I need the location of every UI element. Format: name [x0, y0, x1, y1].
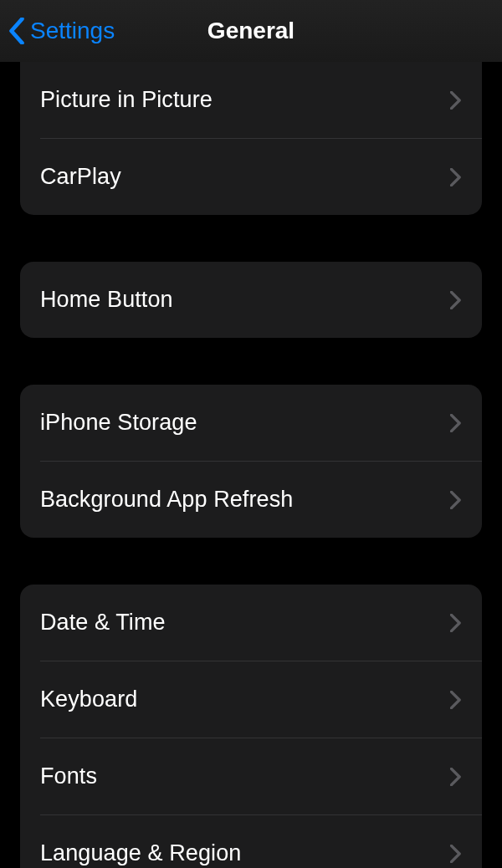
group-spacer [20, 338, 482, 385]
row-label: Fonts [40, 763, 97, 789]
row-label: Home Button [40, 287, 173, 313]
chevron-right-icon [450, 768, 462, 786]
row-language-region[interactable]: Language & Region [20, 815, 482, 868]
row-label: iPhone Storage [40, 410, 197, 436]
row-carplay[interactable]: CarPlay [20, 139, 482, 215]
settings-group: Home Button [20, 262, 482, 338]
back-label: Settings [30, 18, 115, 44]
row-date-time[interactable]: Date & Time [20, 585, 482, 661]
group-spacer [20, 538, 482, 585]
row-label: Keyboard [40, 687, 137, 712]
chevron-right-icon [450, 491, 462, 509]
chevron-right-icon [450, 691, 462, 709]
settings-content: Picture in Picture CarPlay Home Button i… [0, 62, 502, 868]
chevron-left-icon [8, 18, 25, 44]
chevron-right-icon [450, 614, 462, 632]
row-keyboard[interactable]: Keyboard [20, 661, 482, 738]
row-label: Date & Time [40, 610, 166, 636]
settings-group: iPhone Storage Background App Refresh [20, 385, 482, 538]
back-button[interactable]: Settings [8, 18, 115, 44]
settings-group: Date & Time Keyboard Fonts Language & Re… [20, 585, 482, 868]
chevron-right-icon [450, 414, 462, 432]
row-iphone-storage[interactable]: iPhone Storage [20, 385, 482, 461]
page-title: General [207, 18, 295, 44]
row-fonts[interactable]: Fonts [20, 738, 482, 814]
row-background-app-refresh[interactable]: Background App Refresh [20, 462, 482, 538]
navigation-bar: Settings General [0, 0, 502, 62]
chevron-right-icon [450, 845, 462, 863]
settings-group: Picture in Picture CarPlay [20, 62, 482, 215]
row-label: Language & Region [40, 840, 241, 866]
row-label: Background App Refresh [40, 487, 293, 513]
chevron-right-icon [450, 168, 462, 186]
chevron-right-icon [450, 291, 462, 309]
row-label: Picture in Picture [40, 87, 213, 113]
row-home-button[interactable]: Home Button [20, 262, 482, 338]
chevron-right-icon [450, 91, 462, 110]
row-picture-in-picture[interactable]: Picture in Picture [20, 62, 482, 138]
row-label: CarPlay [40, 164, 121, 190]
group-spacer [20, 215, 482, 262]
